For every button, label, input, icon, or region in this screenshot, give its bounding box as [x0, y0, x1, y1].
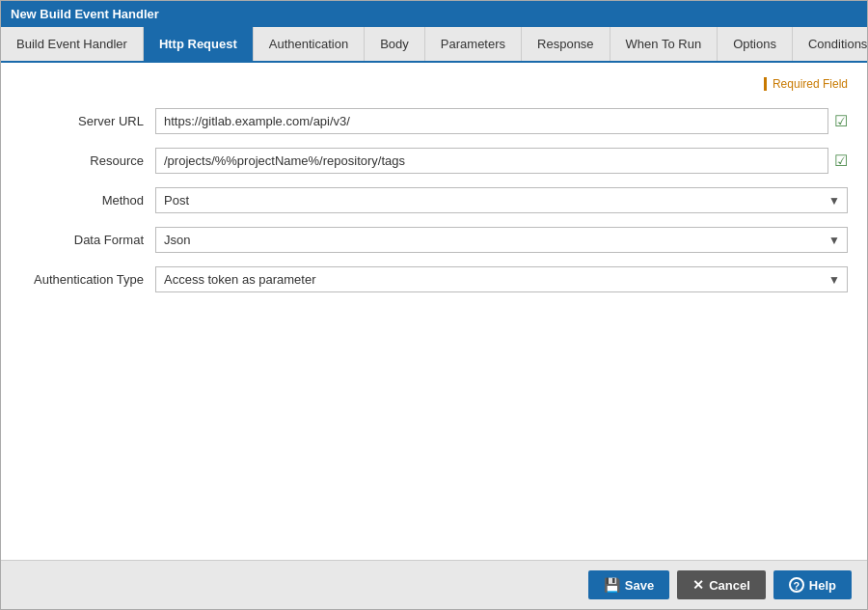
tab-body[interactable]: Body: [365, 27, 425, 61]
save-icon: 💾: [604, 577, 620, 593]
form-row-data-format: Data FormatJsonXmlForm▼: [20, 227, 848, 253]
cancel-button[interactable]: ✕ Cancel: [677, 570, 766, 599]
form-row-server-url: Server URL☑: [20, 108, 848, 134]
form-row-resource: Resource☑: [20, 148, 848, 174]
cancel-icon: ✕: [692, 577, 704, 593]
form-row-method: MethodGetPostPutDeletePatch▼: [20, 187, 848, 213]
label-method: Method: [20, 193, 155, 208]
check-icon-server-url[interactable]: ☑: [834, 112, 848, 130]
form-row-authentication-type: Authentication TypeNoneBasicAccess token…: [20, 266, 848, 292]
title-bar: New Build Event Handler: [1, 1, 867, 27]
label-server-url: Server URL: [20, 114, 155, 128]
cancel-label: Cancel: [709, 578, 750, 593]
select-authentication-type[interactable]: NoneBasicAccess token as parameterBearer…: [155, 266, 848, 292]
help-button[interactable]: ? Help: [773, 570, 852, 599]
tab-when-to-run[interactable]: When To Run: [610, 27, 719, 61]
input-server-url[interactable]: [155, 108, 828, 134]
label-resource: Resource: [20, 153, 155, 168]
input-wrap-server-url: ☑: [155, 108, 848, 134]
tab-authentication[interactable]: Authentication: [254, 27, 365, 61]
tab-conditions[interactable]: Conditions: [793, 27, 868, 61]
select-wrap-data-format: JsonXmlForm▼: [155, 227, 848, 253]
tab-options[interactable]: Options: [718, 27, 793, 61]
select-wrap-method: GetPostPutDeletePatch▼: [155, 187, 848, 213]
label-authentication-type: Authentication Type: [20, 272, 155, 287]
label-data-format: Data Format: [20, 233, 155, 247]
window-title: New Build Event Handler: [11, 7, 159, 21]
select-data-format[interactable]: JsonXmlForm: [155, 227, 848, 253]
input-wrap-authentication-type: NoneBasicAccess token as parameterBearer…: [155, 266, 848, 292]
required-field-hint: Required Field: [764, 77, 848, 91]
bottom-bar: 💾 Save ✕ Cancel ? Help: [1, 560, 867, 609]
save-button[interactable]: 💾 Save: [588, 570, 669, 599]
select-method[interactable]: GetPostPutDeletePatch: [155, 187, 848, 213]
check-icon-resource[interactable]: ☑: [834, 152, 848, 170]
tab-parameters[interactable]: Parameters: [425, 27, 522, 61]
main-window: New Build Event Handler Build Event Hand…: [0, 0, 868, 610]
tab-bar: Build Event HandlerHttp RequestAuthentic…: [1, 27, 867, 63]
tab-response[interactable]: Response: [522, 27, 610, 61]
input-wrap-data-format: JsonXmlForm▼: [155, 227, 848, 253]
help-icon: ?: [789, 577, 804, 593]
help-label: Help: [809, 578, 836, 593]
http-request-form: Server URL☑Resource☑MethodGetPostPutDele…: [20, 98, 848, 292]
content-area: Required Field Server URL☑Resource☑Metho…: [1, 63, 867, 560]
tab-build-event-handler[interactable]: Build Event Handler: [1, 27, 144, 61]
input-wrap-method: GetPostPutDeletePatch▼: [155, 187, 848, 213]
tab-http-request[interactable]: Http Request: [144, 27, 254, 61]
input-wrap-resource: ☑: [155, 148, 848, 174]
select-wrap-authentication-type: NoneBasicAccess token as parameterBearer…: [155, 266, 848, 292]
save-label: Save: [625, 578, 654, 593]
input-resource[interactable]: [155, 148, 828, 174]
